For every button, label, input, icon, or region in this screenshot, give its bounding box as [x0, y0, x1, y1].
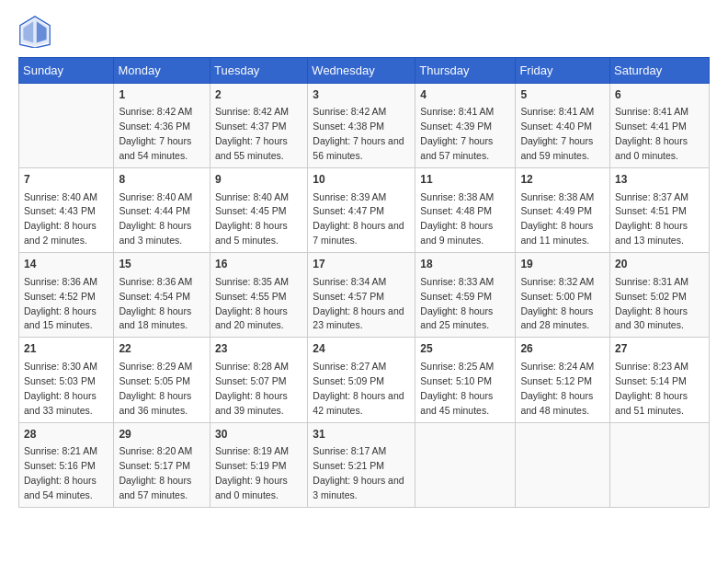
calendar-cell: 26Sunrise: 8:24 AMSunset: 5:12 PMDayligh…	[516, 338, 610, 422]
day-number: 5	[520, 87, 605, 103]
sunset-info: Sunset: 4:41 PM	[615, 121, 687, 132]
sunset-info: Sunset: 5:14 PM	[615, 375, 687, 386]
sunrise-info: Sunrise: 8:34 AM	[313, 276, 386, 287]
daylight-info: Daylight: 8 hours and 45 minutes.	[420, 390, 493, 416]
calendar-cell: 12Sunrise: 8:38 AMSunset: 4:49 PMDayligh…	[516, 168, 610, 253]
calendar-cell	[19, 84, 114, 168]
sunrise-info: Sunrise: 8:17 AM	[313, 445, 386, 456]
calendar-cell: 24Sunrise: 8:27 AMSunset: 5:09 PMDayligh…	[308, 338, 415, 422]
sunrise-info: Sunrise: 8:19 AM	[215, 445, 289, 456]
sunset-info: Sunset: 4:51 PM	[615, 205, 687, 216]
sunrise-info: Sunrise: 8:42 AM	[215, 106, 289, 117]
daylight-info: Daylight: 8 hours and 11 minutes.	[520, 220, 593, 246]
calendar-cell: 15Sunrise: 8:36 AMSunset: 4:54 PMDayligh…	[114, 253, 210, 338]
sunrise-info: Sunrise: 8:21 AM	[24, 445, 97, 456]
sunrise-info: Sunrise: 8:25 AM	[420, 361, 494, 372]
calendar-cell: 6Sunrise: 8:41 AMSunset: 4:41 PMDaylight…	[610, 84, 710, 168]
sunrise-info: Sunrise: 8:38 AM	[520, 191, 594, 202]
calendar-cell: 11Sunrise: 8:38 AMSunset: 4:48 PMDayligh…	[415, 168, 516, 253]
day-number: 29	[119, 427, 205, 442]
day-number: 14	[24, 257, 108, 272]
sunset-info: Sunset: 5:17 PM	[119, 460, 190, 471]
calendar-week-row: 28Sunrise: 8:21 AMSunset: 5:16 PMDayligh…	[19, 422, 710, 507]
day-number: 13	[615, 172, 704, 188]
daylight-info: Daylight: 8 hours and 30 minutes.	[615, 305, 688, 331]
calendar-cell: 21Sunrise: 8:30 AMSunset: 5:03 PMDayligh…	[19, 338, 114, 422]
sunrise-info: Sunrise: 8:33 AM	[420, 276, 494, 287]
sunset-info: Sunset: 4:47 PM	[313, 205, 384, 216]
day-number: 23	[215, 341, 302, 357]
sunrise-info: Sunrise: 8:24 AM	[520, 361, 594, 372]
calendar-cell: 30Sunrise: 8:19 AMSunset: 5:19 PMDayligh…	[210, 422, 307, 507]
calendar-week-row: 14Sunrise: 8:36 AMSunset: 4:52 PMDayligh…	[19, 253, 710, 338]
calendar-cell: 3Sunrise: 8:42 AMSunset: 4:38 PMDaylight…	[308, 84, 415, 168]
day-number: 30	[215, 427, 302, 442]
daylight-info: Daylight: 8 hours and 3 minutes.	[119, 220, 191, 246]
sunrise-info: Sunrise: 8:23 AM	[615, 361, 688, 372]
calendar-cell: 28Sunrise: 8:21 AMSunset: 5:16 PMDayligh…	[19, 422, 114, 507]
calendar-cell	[610, 422, 710, 507]
day-number: 4	[420, 87, 510, 103]
daylight-info: Daylight: 7 hours and 56 minutes.	[313, 135, 404, 161]
calendar-cell: 8Sunrise: 8:40 AMSunset: 4:44 PMDaylight…	[114, 168, 210, 253]
day-number: 20	[615, 257, 704, 272]
daylight-info: Daylight: 8 hours and 57 minutes.	[119, 475, 191, 500]
sunrise-info: Sunrise: 8:37 AM	[615, 191, 688, 202]
calendar-cell: 10Sunrise: 8:39 AMSunset: 4:47 PMDayligh…	[308, 168, 415, 253]
calendar-cell	[516, 422, 610, 507]
calendar-cell	[415, 422, 516, 507]
sunset-info: Sunset: 5:07 PM	[215, 375, 287, 386]
sunset-info: Sunset: 5:03 PM	[24, 375, 96, 386]
sunrise-info: Sunrise: 8:27 AM	[313, 361, 386, 372]
calendar-cell: 25Sunrise: 8:25 AMSunset: 5:10 PMDayligh…	[415, 338, 516, 422]
day-of-week-header: Sunday	[19, 58, 114, 84]
day-number: 24	[313, 341, 410, 357]
sunrise-info: Sunrise: 8:31 AM	[615, 276, 688, 287]
calendar-cell: 5Sunrise: 8:41 AMSunset: 4:40 PMDaylight…	[516, 84, 610, 168]
calendar-week-row: 1Sunrise: 8:42 AMSunset: 4:36 PMDaylight…	[19, 84, 710, 168]
sunset-info: Sunset: 4:38 PM	[313, 121, 384, 132]
calendar-table: SundayMondayTuesdayWednesdayThursdayFrid…	[18, 57, 710, 508]
sunrise-info: Sunrise: 8:40 AM	[215, 191, 289, 202]
sunset-info: Sunset: 4:43 PM	[24, 205, 96, 216]
calendar-cell: 4Sunrise: 8:41 AMSunset: 4:39 PMDaylight…	[415, 84, 516, 168]
sunrise-info: Sunrise: 8:35 AM	[215, 276, 289, 287]
sunset-info: Sunset: 5:02 PM	[615, 291, 687, 302]
day-number: 26	[520, 341, 605, 357]
sunrise-info: Sunrise: 8:28 AM	[215, 361, 289, 372]
day-number: 28	[24, 427, 108, 442]
sunset-info: Sunset: 5:05 PM	[119, 375, 190, 386]
sunset-info: Sunset: 5:00 PM	[520, 291, 592, 302]
daylight-info: Daylight: 7 hours and 57 minutes.	[420, 135, 493, 161]
day-number: 31	[313, 427, 410, 442]
daylight-info: Daylight: 9 hours and 0 minutes.	[215, 475, 288, 500]
calendar-cell: 20Sunrise: 8:31 AMSunset: 5:02 PMDayligh…	[610, 253, 710, 338]
sunset-info: Sunset: 4:44 PM	[119, 205, 190, 216]
sunset-info: Sunset: 4:57 PM	[313, 291, 384, 302]
day-of-week-header: Wednesday	[308, 58, 415, 84]
calendar-week-row: 7Sunrise: 8:40 AMSunset: 4:43 PMDaylight…	[19, 168, 710, 253]
sunrise-info: Sunrise: 8:39 AM	[313, 191, 386, 202]
day-of-week-header: Thursday	[415, 58, 516, 84]
daylight-info: Daylight: 8 hours and 18 minutes.	[119, 305, 191, 331]
day-number: 25	[420, 341, 510, 357]
daylight-info: Daylight: 8 hours and 36 minutes.	[119, 390, 191, 416]
day-number: 1	[119, 87, 205, 103]
calendar-cell: 7Sunrise: 8:40 AMSunset: 4:43 PMDaylight…	[19, 168, 114, 253]
daylight-info: Daylight: 8 hours and 39 minutes.	[215, 390, 288, 416]
sunset-info: Sunset: 4:55 PM	[215, 291, 287, 302]
calendar-cell: 9Sunrise: 8:40 AMSunset: 4:45 PMDaylight…	[210, 168, 307, 253]
calendar-cell: 14Sunrise: 8:36 AMSunset: 4:52 PMDayligh…	[19, 253, 114, 338]
daylight-info: Daylight: 7 hours and 55 minutes.	[215, 135, 288, 161]
calendar-cell: 17Sunrise: 8:34 AMSunset: 4:57 PMDayligh…	[308, 253, 415, 338]
sunset-info: Sunset: 4:52 PM	[24, 291, 96, 302]
daylight-info: Daylight: 8 hours and 2 minutes.	[24, 220, 97, 246]
sunset-info: Sunset: 4:39 PM	[420, 121, 492, 132]
day-number: 15	[119, 257, 205, 272]
daylight-info: Daylight: 8 hours and 9 minutes.	[420, 220, 493, 246]
sunset-info: Sunset: 5:19 PM	[215, 460, 287, 471]
sunset-info: Sunset: 4:36 PM	[119, 121, 190, 132]
sunrise-info: Sunrise: 8:42 AM	[313, 106, 386, 117]
logo-icon	[18, 15, 51, 48]
sunrise-info: Sunrise: 8:38 AM	[420, 191, 494, 202]
